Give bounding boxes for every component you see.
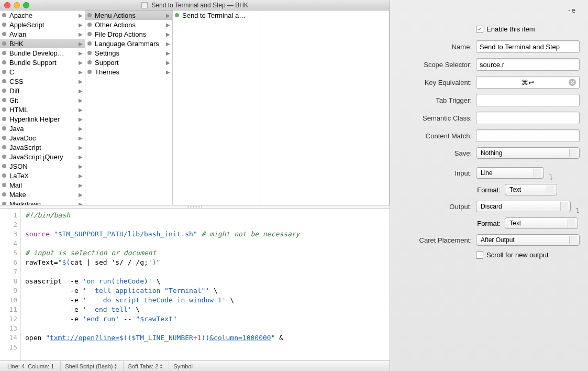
- column-item[interactable]: Other Actions▶: [85, 20, 172, 29]
- chevron-right-icon: ▶: [166, 13, 170, 18]
- code-editor[interactable]: 123456789101112131415 #!/bin/bash source…: [0, 209, 390, 361]
- column-item-label: HTML: [9, 106, 28, 114]
- column-item[interactable]: Support▶: [85, 58, 172, 67]
- column-item[interactable]: JavaDoc▶: [0, 133, 85, 143]
- input-format-select[interactable]: Text ▴▾: [505, 184, 557, 195]
- chevron-right-icon: ▶: [79, 182, 83, 188]
- chevron-right-icon: ▶: [166, 69, 170, 75]
- save-select[interactable]: Nothing ▴▾: [476, 147, 580, 159]
- column-item-label: LaTeX: [9, 172, 29, 180]
- column-item[interactable]: Send to Terminal a…: [173, 10, 260, 20]
- column-item[interactable]: File Drop Actions▶: [85, 29, 172, 39]
- column-item-label: CSS: [9, 78, 24, 85]
- stepper-icon[interactable]: ▴▾: [115, 363, 117, 369]
- column-item-label: Hyperlink Helper: [9, 115, 60, 123]
- column-item[interactable]: JavaScript▶: [0, 143, 85, 152]
- caret-label: Caret Placement:: [398, 236, 472, 244]
- clear-icon[interactable]: ✕: [569, 79, 576, 86]
- column-item-label: Markdown: [9, 200, 41, 205]
- column-item[interactable]: Avian▶: [0, 29, 85, 39]
- minimize-button[interactable]: [14, 2, 20, 8]
- column-item[interactable]: Menu Actions▶: [85, 10, 172, 20]
- column-item[interactable]: Git▶: [0, 95, 85, 105]
- status-grammar[interactable]: Shell Script (Bash) ▴▾: [60, 361, 121, 371]
- bundle-icon: [2, 126, 6, 130]
- chevron-right-icon: ▶: [79, 173, 83, 179]
- content-field[interactable]: [476, 129, 580, 142]
- input-select[interactable]: Line ▴▾: [476, 167, 544, 179]
- chevron-right-icon: ▶: [79, 88, 83, 94]
- bundle-icon: [2, 183, 6, 187]
- column-item[interactable]: Language Grammars▶: [85, 39, 172, 48]
- column-item[interactable]: AppleScript▶: [0, 20, 85, 29]
- code-area[interactable]: #!/bin/bash source "$TM_SUPPORT_PATH/lib…: [21, 209, 304, 361]
- chevron-right-icon: ▶: [79, 163, 83, 169]
- chevron-right-icon: ▶: [166, 31, 170, 37]
- column-item[interactable]: Bundle Develop…▶: [0, 48, 85, 58]
- scope-label: Scope Selector:: [398, 61, 472, 69]
- column-item[interactable]: Diff▶: [0, 86, 85, 95]
- column-item-label: JavaScript: [9, 144, 41, 151]
- sections-column[interactable]: Menu Actions▶Other Actions▶File Drop Act…: [85, 10, 173, 205]
- column-item[interactable]: Mail▶: [0, 180, 85, 190]
- status-symbol[interactable]: Symbol: [169, 361, 197, 371]
- bundle-icon: [87, 13, 92, 17]
- key-field[interactable]: ⌘↩ ✕: [476, 76, 580, 89]
- zoom-button[interactable]: [23, 2, 29, 8]
- tab-field[interactable]: [476, 94, 580, 106]
- caret-select[interactable]: After Output ▴▾: [476, 234, 580, 246]
- bundle-editor-window: Send to Terminal and Step — BHK Apache▶A…: [0, 0, 390, 371]
- chevron-right-icon: ▶: [79, 22, 83, 28]
- column-item[interactable]: HTML▶: [0, 105, 85, 114]
- bundles-column[interactable]: Apache▶AppleScript▶Avian▶BHK▶Bundle Deve…: [0, 10, 85, 205]
- inspector-panel: -e ✓ Enable this item Name: Scope Select…: [390, 0, 588, 371]
- output-select[interactable]: Discard ▴▾: [476, 201, 571, 212]
- enable-checkbox-row[interactable]: ✓ Enable this item: [476, 25, 580, 33]
- output-format-label: Format:: [398, 220, 501, 227]
- output-format-select[interactable]: Text ▴▾: [505, 217, 578, 229]
- close-button[interactable]: [4, 2, 10, 8]
- column-item[interactable]: BHK▶: [0, 39, 85, 48]
- scroll-checkbox-row[interactable]: Scroll for new output: [476, 251, 580, 259]
- titlebar: Send to Terminal and Step — BHK: [0, 0, 390, 10]
- bundle-icon: [2, 32, 6, 36]
- column-item[interactable]: C▶: [0, 67, 85, 77]
- column-item[interactable]: Make▶: [0, 190, 85, 199]
- checkbox-icon[interactable]: [476, 252, 483, 259]
- scope-field[interactable]: [476, 58, 580, 71]
- column-item[interactable]: Settings▶: [85, 48, 172, 58]
- status-tabs[interactable]: Soft Tabs: 2 ▴▾: [123, 361, 167, 371]
- stepper-icon[interactable]: ▴▾: [160, 363, 162, 369]
- window-title: Send to Terminal and Step — BHK: [141, 2, 248, 9]
- arrow-icon: ⤵: [549, 173, 553, 181]
- chevron-right-icon: ▶: [166, 22, 170, 28]
- column-item[interactable]: Markdown▶: [0, 199, 85, 205]
- chevron-right-icon: ▶: [79, 50, 83, 56]
- splitter[interactable]: [0, 205, 390, 209]
- bundle-icon: [2, 155, 6, 159]
- column-item[interactable]: LaTeX▶: [0, 171, 85, 180]
- column-item[interactable]: CSS▶: [0, 77, 85, 86]
- column-item-label: Mail: [9, 181, 22, 189]
- enable-label: Enable this item: [486, 25, 535, 33]
- checkbox-icon[interactable]: ✓: [476, 26, 483, 33]
- column-item[interactable]: Themes▶: [85, 67, 172, 77]
- chevron-right-icon: ▶: [79, 116, 83, 122]
- column-item-label: Bundle Support: [9, 59, 57, 67]
- column-item[interactable]: Bundle Support▶: [0, 58, 85, 67]
- column-item-label: BHK: [9, 40, 24, 48]
- bundle-icon: [2, 145, 6, 149]
- column-item[interactable]: JavaScript jQuery▶: [0, 152, 85, 161]
- empty-column: [260, 10, 390, 205]
- semantic-field[interactable]: [476, 112, 580, 124]
- status-bar: Line: 4 Column: 1 Shell Script (Bash) ▴▾…: [0, 361, 390, 371]
- column-item[interactable]: Java▶: [0, 124, 85, 133]
- chevron-right-icon: ▶: [79, 201, 83, 205]
- column-item[interactable]: Hyperlink Helper▶: [0, 114, 85, 124]
- column-item[interactable]: Apache▶: [0, 10, 85, 20]
- column-item-label: Menu Actions: [95, 12, 136, 19]
- name-field[interactable]: [476, 40, 580, 53]
- items-column[interactable]: Send to Terminal a…: [173, 10, 260, 205]
- traffic-lights: [4, 2, 29, 8]
- column-item[interactable]: JSON▶: [0, 161, 85, 171]
